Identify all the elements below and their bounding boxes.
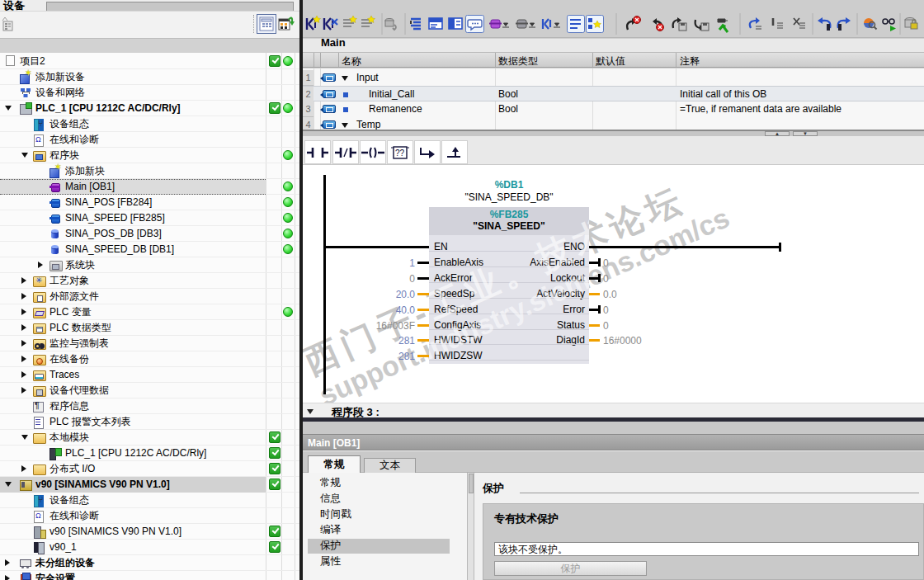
svg-text:??: ?? [395, 149, 405, 158]
